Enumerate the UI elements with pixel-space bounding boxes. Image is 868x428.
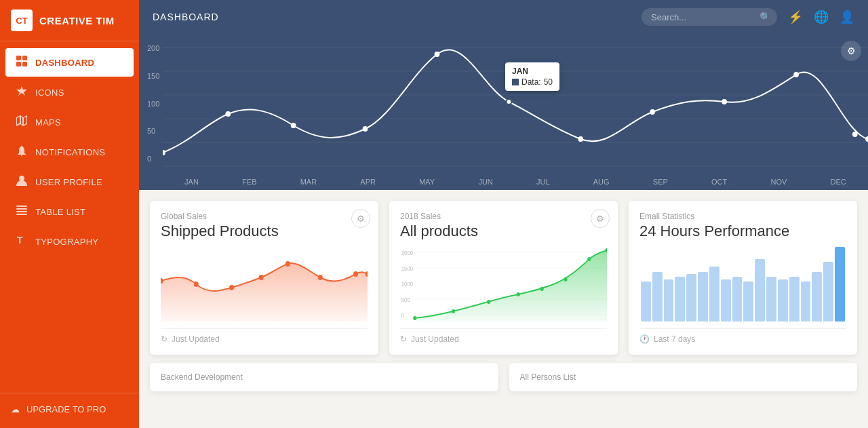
bar-13 <box>789 277 800 322</box>
sidebar-icon-notifications <box>16 145 27 159</box>
bar-1 <box>652 272 663 322</box>
svg-rect-9 <box>16 214 27 215</box>
upgrade-button[interactable]: ☁ UPGRADE TO PRO <box>11 402 128 417</box>
cards-row: ⚙ Global Sales Shipped Products <box>139 190 868 355</box>
card-1-footer-text: Just Updated <box>172 334 220 344</box>
svg-rect-1 <box>22 56 27 60</box>
sidebar-icon-maps <box>16 115 27 129</box>
bottom-card-2-title: All Persons List <box>520 372 847 382</box>
svg-point-27 <box>852 132 858 137</box>
page-title: DASHBOARD <box>153 12 219 22</box>
card-2-chart: 2000 1500 1000 500 0 <box>400 247 607 322</box>
svg-point-23 <box>578 136 583 142</box>
card-1-subtitle: Global Sales <box>161 212 368 221</box>
sidebar-item-typography[interactable]: TTYPOGRAPHY <box>5 227 134 256</box>
svg-point-53 <box>587 257 591 261</box>
svg-point-21 <box>435 52 440 57</box>
x-label-may: MAY <box>419 178 435 186</box>
sidebar-label-maps: MAPS <box>35 117 61 128</box>
bottom-row: Backend Development All Persons List <box>139 355 868 391</box>
chart-settings-button[interactable]: ⚙ <box>841 41 861 61</box>
card-1-settings-button[interactable]: ⚙ <box>351 209 370 228</box>
card-3-subtitle: Email Statistics <box>639 212 846 221</box>
card-2-subtitle: 2018 Sales <box>400 212 607 221</box>
sidebar-item-user-profile[interactable]: USER PROFILE <box>5 168 134 196</box>
bar-0 <box>641 281 651 322</box>
sidebar-icon-icons <box>16 85 27 99</box>
search-input[interactable] <box>651 12 760 22</box>
svg-text:1000: 1000 <box>401 280 414 288</box>
x-label-aug: AUG <box>593 178 610 186</box>
pulse-icon[interactable]: ⚡ <box>788 9 803 24</box>
card-email-stats: Email Statistics 24 Hours Performance 🕐 … <box>629 201 857 355</box>
header: DASHBOARD 🔍 ⚡ 🌐 👤 <box>139 0 868 34</box>
svg-point-35 <box>353 271 358 277</box>
svg-point-25 <box>722 99 727 104</box>
y-label-150: 150 <box>147 72 159 80</box>
card-1-footer: ↻ Just Updated <box>161 328 368 344</box>
sidebar-icon-table-list <box>16 205 27 218</box>
svg-point-34 <box>318 275 323 280</box>
tooltip-dot <box>512 79 519 85</box>
globe-icon[interactable]: 🌐 <box>814 9 829 24</box>
card-2-footer-text: Just Updated <box>411 334 459 344</box>
x-label-jul: JUL <box>536 178 550 186</box>
y-label-100: 100 <box>147 100 159 108</box>
logo-icon: CT <box>11 9 33 31</box>
sidebar-item-maps[interactable]: MAPS <box>5 108 134 136</box>
header-right: 🔍 ⚡ 🌐 👤 <box>642 8 854 26</box>
bar-11 <box>766 277 776 322</box>
svg-text:2000: 2000 <box>401 249 414 256</box>
svg-point-51 <box>540 287 544 291</box>
sidebar-bottom: ☁ UPGRADE TO PRO <box>0 393 139 428</box>
upgrade-label: UPGRADE TO PRO <box>26 404 106 414</box>
search-box[interactable]: 🔍 <box>642 8 777 26</box>
svg-text:0: 0 <box>401 311 405 319</box>
bar-16 <box>823 262 833 322</box>
card-backend-dev: Backend Development <box>150 363 498 391</box>
main-chart-svg <box>163 34 868 190</box>
card-1-chart <box>161 247 368 322</box>
card-2-footer-icon: ↻ <box>400 334 407 344</box>
bar-10 <box>755 259 765 322</box>
sidebar: CT CREATIVE TIM DASHBOARDICONSMAPSNOTIFI… <box>0 0 139 428</box>
x-label-jan: JAN <box>184 178 199 186</box>
bar-5 <box>698 272 708 322</box>
user-icon[interactable]: 👤 <box>840 9 854 24</box>
bar-2 <box>664 279 674 322</box>
svg-rect-7 <box>16 208 27 210</box>
card-3-footer-icon: 🕐 <box>639 334 650 344</box>
svg-rect-2 <box>16 62 21 66</box>
svg-rect-6 <box>16 206 27 207</box>
card-all-products: ⚙ 2018 Sales All products 2000 1500 1000 <box>389 201 618 355</box>
svg-point-18 <box>225 111 231 117</box>
main-content: DASHBOARD 🔍 ⚡ 🌐 👤 200 150 100 50 0 <box>139 0 868 428</box>
y-label-200: 200 <box>147 44 159 52</box>
bar-7 <box>721 279 731 322</box>
sidebar-item-icons[interactable]: ICONS <box>5 78 134 106</box>
sidebar-icon-typography: T <box>16 235 27 248</box>
card-2-settings-button[interactable]: ⚙ <box>591 209 610 228</box>
x-label-jun: JUN <box>478 178 492 186</box>
svg-point-22 <box>507 99 512 104</box>
svg-point-28 <box>865 136 868 142</box>
bar-14 <box>801 281 811 322</box>
svg-point-52 <box>564 277 567 281</box>
sidebar-icon-user-profile <box>16 175 27 189</box>
sidebar-item-table-list[interactable]: TABLE LIST <box>5 197 134 226</box>
sidebar-label-icons: ICONS <box>35 87 64 98</box>
bar-8 <box>732 277 743 322</box>
sidebar-item-notifications[interactable]: NOTIFICATIONS <box>5 138 134 166</box>
x-label-oct: OCT <box>711 178 727 186</box>
sidebar-label-notifications: NOTIFICATIONS <box>35 147 105 157</box>
svg-marker-4 <box>16 86 27 96</box>
tooltip-data-value: 50 <box>544 77 553 87</box>
x-label-dec: DEC <box>831 178 846 186</box>
logo-text: CREATIVE TIM <box>39 15 115 26</box>
sidebar-item-dashboard[interactable]: DASHBOARD <box>5 48 134 77</box>
x-label-nov: NOV <box>770 178 787 186</box>
main-chart: 200 150 100 50 0 <box>139 34 868 190</box>
svg-point-20 <box>363 126 368 132</box>
bar-17 <box>835 247 845 322</box>
svg-point-48 <box>452 309 455 313</box>
